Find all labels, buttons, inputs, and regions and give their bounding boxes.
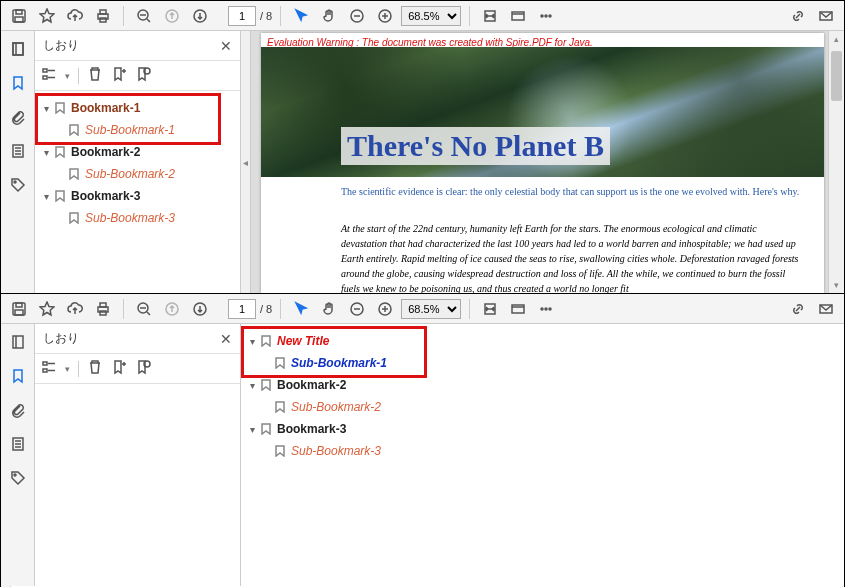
plus-icon[interactable] bbox=[373, 297, 397, 321]
tags-tab-icon[interactable] bbox=[8, 468, 28, 488]
read-mode-icon[interactable] bbox=[506, 4, 530, 28]
read-mode-icon[interactable] bbox=[506, 297, 530, 321]
web-bookmark-icon[interactable] bbox=[135, 359, 151, 378]
chevron-down-icon[interactable]: ▾ bbox=[245, 380, 259, 391]
bookmark-item[interactable]: ▾ Bookmark-1 bbox=[39, 97, 236, 119]
delete-bookmark-icon[interactable] bbox=[87, 66, 103, 85]
bookmarks-tab-icon[interactable] bbox=[8, 366, 28, 386]
scroll-thumb[interactable] bbox=[831, 51, 842, 101]
fit-width-icon[interactable] bbox=[478, 297, 502, 321]
bookmark-child-item[interactable]: Sub-Bookmark-2 bbox=[39, 163, 236, 185]
bookmark-item[interactable]: ▾ Bookmark-2 bbox=[245, 374, 387, 396]
sidebar-title: しおり bbox=[43, 330, 79, 347]
bookmark-child-item[interactable]: Sub-Bookmark-3 bbox=[39, 207, 236, 229]
web-bookmark-icon[interactable] bbox=[135, 66, 151, 85]
chevron-down-icon[interactable]: ▾ bbox=[245, 424, 259, 435]
document-viewport[interactable]: Evaluation Warning : The document was cr… bbox=[251, 31, 828, 293]
svg-rect-22 bbox=[43, 76, 47, 79]
bookmarks-sidebar: しおり ✕ ▾ bbox=[35, 324, 241, 586]
chevron-down-icon[interactable]: ▾ bbox=[39, 191, 53, 202]
minus-icon[interactable] bbox=[345, 4, 369, 28]
svg-rect-28 bbox=[100, 303, 106, 307]
add-bookmark-icon[interactable] bbox=[111, 359, 127, 378]
save-icon[interactable] bbox=[7, 4, 31, 28]
hand-tool-icon[interactable] bbox=[317, 297, 341, 321]
bookmark-child-item[interactable]: Sub-Bookmark-1 bbox=[245, 352, 387, 374]
scroll-down-icon[interactable]: ▾ bbox=[2, 581, 17, 587]
select-tool-icon[interactable] bbox=[289, 4, 313, 28]
bookmark-child-item[interactable]: Sub-Bookmark-1 bbox=[39, 119, 236, 141]
page-up-icon[interactable] bbox=[160, 297, 184, 321]
svg-rect-12 bbox=[512, 12, 524, 20]
page-input[interactable] bbox=[228, 299, 256, 319]
svg-rect-17 bbox=[13, 43, 23, 55]
zoom-out-icon[interactable] bbox=[132, 4, 156, 28]
star-icon[interactable] bbox=[35, 4, 59, 28]
mail-icon[interactable] bbox=[814, 297, 838, 321]
add-bookmark-icon[interactable] bbox=[111, 66, 127, 85]
attachments-tab-icon[interactable] bbox=[8, 400, 28, 420]
page-down-icon[interactable] bbox=[188, 4, 212, 28]
mail-icon[interactable] bbox=[814, 4, 838, 28]
save-icon[interactable] bbox=[7, 297, 31, 321]
zoom-select[interactable]: 68.5% bbox=[401, 6, 461, 26]
svg-point-13 bbox=[541, 15, 543, 17]
print-icon[interactable] bbox=[91, 297, 115, 321]
delete-bookmark-icon[interactable] bbox=[87, 359, 103, 378]
select-tool-icon[interactable] bbox=[289, 297, 313, 321]
vertical-scrollbar[interactable]: ▴ ▾ bbox=[828, 31, 844, 293]
plus-icon[interactable] bbox=[373, 4, 397, 28]
link-icon[interactable] bbox=[786, 297, 810, 321]
hand-tool-icon[interactable] bbox=[317, 4, 341, 28]
vertical-tab-bar bbox=[1, 324, 35, 586]
tags-tab-icon[interactable] bbox=[8, 175, 28, 195]
page-up-icon[interactable] bbox=[160, 4, 184, 28]
svg-rect-18 bbox=[13, 43, 23, 55]
options-icon[interactable] bbox=[41, 359, 57, 378]
bookmark-child-item[interactable]: Sub-Bookmark-2 bbox=[245, 396, 387, 418]
layers-tab-icon[interactable] bbox=[8, 434, 28, 454]
options-icon[interactable] bbox=[41, 66, 57, 85]
svg-point-14 bbox=[545, 15, 547, 17]
bookmark-child-item[interactable]: Sub-Bookmark-3 bbox=[245, 440, 387, 462]
print-icon[interactable] bbox=[91, 4, 115, 28]
thumbnails-tab-icon[interactable] bbox=[8, 332, 28, 352]
star-icon[interactable] bbox=[35, 297, 59, 321]
more-icon[interactable] bbox=[534, 297, 558, 321]
sidebar-toolbar: ▾ bbox=[35, 354, 240, 384]
fit-width-icon[interactable] bbox=[478, 4, 502, 28]
bookmark-item[interactable]: ▾ Bookmark-3 bbox=[39, 185, 236, 207]
article-intro: The scientific evidence is clear: the on… bbox=[341, 185, 804, 199]
zoom-out-icon[interactable] bbox=[132, 297, 156, 321]
link-icon[interactable] bbox=[786, 4, 810, 28]
cloud-upload-icon[interactable] bbox=[63, 297, 87, 321]
cloud-upload-icon[interactable] bbox=[63, 4, 87, 28]
more-icon[interactable] bbox=[534, 4, 558, 28]
scroll-down-icon[interactable]: ▾ bbox=[829, 277, 844, 293]
svg-rect-21 bbox=[43, 69, 47, 72]
minus-icon[interactable] bbox=[345, 297, 369, 321]
bookmarks-tree: ▾ Bookmark-1 Sub-Bookmark-1 ▾ Bookmark-2… bbox=[35, 91, 240, 235]
close-sidebar-icon[interactable]: ✕ bbox=[220, 38, 232, 54]
chevron-down-icon[interactable]: ▾ bbox=[245, 336, 259, 347]
svg-rect-29 bbox=[100, 311, 106, 315]
layers-tab-icon[interactable] bbox=[8, 141, 28, 161]
sidebar-toolbar: ▾ bbox=[35, 61, 240, 91]
thumbnails-tab-icon[interactable] bbox=[8, 39, 28, 59]
svg-rect-45 bbox=[43, 369, 47, 372]
bookmark-item[interactable]: ▾ Bookmark-2 bbox=[39, 141, 236, 163]
page-input[interactable] bbox=[228, 6, 256, 26]
zoom-select[interactable]: 68.5% bbox=[401, 299, 461, 319]
page-down-icon[interactable] bbox=[188, 297, 212, 321]
collapse-sidebar-handle[interactable]: ◂ bbox=[241, 31, 251, 293]
svg-rect-5 bbox=[100, 18, 106, 22]
chevron-down-icon[interactable]: ▾ bbox=[39, 103, 53, 114]
vertical-tab-bar bbox=[1, 31, 35, 293]
attachments-tab-icon[interactable] bbox=[8, 107, 28, 127]
bookmarks-tab-icon[interactable] bbox=[8, 73, 28, 93]
close-sidebar-icon[interactable]: ✕ bbox=[220, 331, 232, 347]
bookmark-item[interactable]: ▾ New Title bbox=[245, 330, 387, 352]
chevron-down-icon[interactable]: ▾ bbox=[39, 147, 53, 158]
scroll-up-icon[interactable]: ▴ bbox=[829, 31, 844, 47]
bookmark-item[interactable]: ▾ Bookmark-3 bbox=[245, 418, 387, 440]
